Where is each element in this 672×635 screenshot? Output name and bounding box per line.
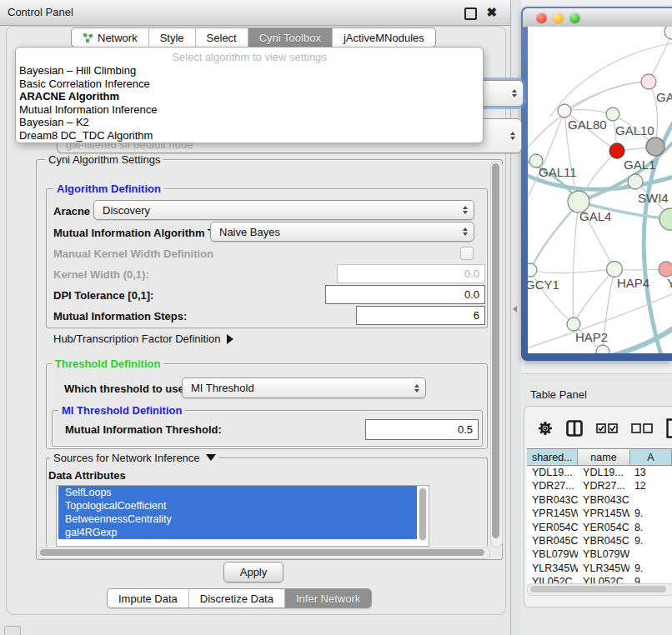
control-panel-titlebar[interactable]: Control Panel ✖ [0, 0, 510, 26]
corner-grip-icon[interactable] [4, 626, 21, 635]
collapse-left-icon[interactable] [513, 306, 517, 312]
node-HAP4[interactable] [607, 262, 623, 278]
node-HAP2[interactable] [567, 318, 580, 331]
data-attributes-list[interactable]: SelfLoopsTopologicalCoefficientBetweenne… [56, 485, 429, 547]
unchecked-boxes-icon[interactable] [631, 423, 653, 433]
dpi-tolerance-input[interactable]: 0.0 [325, 285, 485, 304]
algorithm-option[interactable]: Bayesian – K2 [19, 116, 479, 129]
table-cell: 9 [629, 575, 672, 583]
network-edge[interactable] [649, 33, 672, 82]
node-pink-right[interactable] [659, 262, 672, 277]
table-cell: YBR043C [578, 493, 629, 507]
node-GCY1[interactable] [528, 263, 537, 277]
combo-spinner-icon [510, 132, 515, 140]
settings-vertical-scrollbar[interactable] [490, 161, 503, 548]
tab-select[interactable]: Select [196, 28, 248, 47]
data-attribute-item[interactable]: BetweennessCentrality [58, 512, 417, 526]
list-scrollbar[interactable] [419, 488, 427, 542]
table-row[interactable]: YBR043CYBR043C [527, 493, 672, 507]
settings-horizontal-scrollbar[interactable] [38, 548, 490, 559]
tab-network[interactable]: Network [72, 28, 149, 47]
table-cell: 13 [629, 466, 672, 479]
bottom-tab-infer-network[interactable]: Infer Network [285, 589, 371, 608]
node-GAL10[interactable] [606, 108, 619, 121]
table-horizontal-scrollbar[interactable] [527, 583, 672, 596]
which-threshold-combobox[interactable]: MI Threshold [182, 378, 426, 398]
aracne-mode-combobox[interactable]: Discovery [93, 200, 474, 220]
table-row[interactable]: YBR045CYBR045C9. [527, 534, 672, 548]
table-row[interactable]: YIL052CYIL052C9 [527, 575, 672, 583]
network-edge[interactable] [564, 110, 613, 114]
mi-threshold-input[interactable]: 0.5 [365, 419, 479, 440]
tab-jactivemnodules[interactable]: jActiveMNodules [333, 28, 435, 47]
zoom-traffic-light-icon[interactable] [569, 12, 580, 23]
column-header[interactable]: name [578, 449, 629, 465]
table-row[interactable]: YDL19...YDL19...13 [527, 466, 672, 479]
mi-threshold-label: Mutual Information Threshold: [65, 423, 222, 436]
node-bottom-partial[interactable] [596, 345, 609, 353]
network-window-titlebar[interactable] [523, 8, 672, 28]
mi-threshold-definition-title: MI Threshold Definition [58, 404, 185, 417]
table-cell: YPR145W [527, 507, 578, 520]
table-row[interactable]: YPR145WYPR145W9. [527, 507, 672, 520]
minimize-traffic-light-icon[interactable] [553, 12, 564, 23]
node-top-partial[interactable] [664, 27, 672, 39]
data-attribute-item[interactable]: gal4RGexp [58, 526, 417, 539]
columns-icon[interactable] [566, 420, 583, 437]
kernel-width-input[interactable]: 0.0 [337, 264, 485, 283]
network-edge[interactable] [574, 269, 614, 324]
bottom-tab-impute-data[interactable]: Impute Data [108, 589, 189, 608]
sources-expander[interactable]: Sources for Network Inference [50, 452, 219, 464]
table-panel-title: Table Panel [530, 388, 587, 401]
table-row[interactable]: YLR345WYLR345W9. [527, 562, 672, 575]
table-cell: YDL19... [578, 466, 629, 479]
checked-boxes-icon[interactable] [596, 423, 618, 433]
combo-spinner-icon [414, 384, 419, 392]
close-panel-icon[interactable]: ✖ [486, 5, 497, 20]
algorithm-option[interactable]: Dream8 DC_TDC Algorithm [19, 129, 479, 142]
network-canvas[interactable]: GALGAL80GAL10GAL1GAL11SWI4GAL4GCY1HAP4YH… [528, 27, 672, 353]
algorithm-option[interactable]: Bayesian – Hill Climbing [19, 64, 479, 78]
gear-icon[interactable] [538, 421, 553, 436]
table-toolbar [538, 417, 672, 440]
data-attribute-item[interactable]: SelfLoops [58, 486, 417, 499]
node-pink-top[interactable] [641, 74, 656, 89]
algorithm-option[interactable]: Basic Correlation Inference [19, 78, 479, 91]
node-gray[interactable] [646, 138, 664, 156]
column-header[interactable]: shared... [527, 449, 578, 465]
network-view-window: GALGAL80GAL10GAL1GAL11SWI4GAL4GCY1HAP4YH… [521, 7, 672, 361]
table-row[interactable]: YBL079WYBL079W [527, 548, 672, 561]
node-SWI4[interactable] [628, 174, 643, 189]
bottom-tab-discretize-data[interactable]: Discretize Data [189, 589, 285, 608]
data-attribute-item[interactable]: TopologicalCoefficient [58, 499, 417, 512]
node-attribute-table[interactable]: shared...nameA YDL19...YDL19...13YDR27..… [527, 448, 672, 583]
float-window-icon[interactable] [464, 8, 477, 20]
network-edge[interactable] [573, 202, 579, 324]
control-panel-window: Control Panel ✖ NetworkStyleSelectCyni T… [0, 0, 511, 635]
algorithm-option[interactable]: ARACNE Algorithm [19, 90, 479, 103]
apply-button[interactable]: Apply [223, 562, 283, 582]
mi-steps-input[interactable]: 6 [356, 306, 485, 325]
node-GAL80[interactable] [558, 104, 571, 118]
close-traffic-light-icon[interactable] [536, 12, 547, 23]
manual-kernel-checkbox[interactable] [460, 247, 474, 260]
table-cell: YDR27... [578, 479, 629, 492]
tab-style[interactable]: Style [149, 28, 196, 47]
document-icon[interactable] [666, 418, 672, 438]
data-attributes-label: Data Attributes [48, 469, 126, 482]
table-row[interactable]: YDR27...YDR27...12 [527, 479, 672, 492]
node-big-right[interactable] [659, 208, 672, 230]
network-edge[interactable] [529, 203, 579, 273]
expand-right-icon[interactable] [227, 334, 233, 344]
algorithm-option[interactable]: Mutual Information Inference [19, 103, 479, 117]
expand-down-icon[interactable] [206, 454, 216, 461]
network-edge[interactable] [530, 269, 614, 273]
node-GAL1-red[interactable] [609, 143, 624, 158]
algorithm-definition-title: Algorithm Definition [53, 182, 164, 195]
table-row[interactable]: YER054CYER054C8. [527, 521, 672, 534]
mi-algorithm-type-combobox[interactable]: Naive Bayes [210, 222, 474, 242]
network-icon [83, 32, 93, 43]
column-header[interactable]: A [630, 449, 672, 465]
tab-cyni-toolbox[interactable]: Cyni Toolbox [248, 28, 333, 47]
hub-definition-expander[interactable]: Hub/Transcription Factor Definition [53, 332, 233, 345]
